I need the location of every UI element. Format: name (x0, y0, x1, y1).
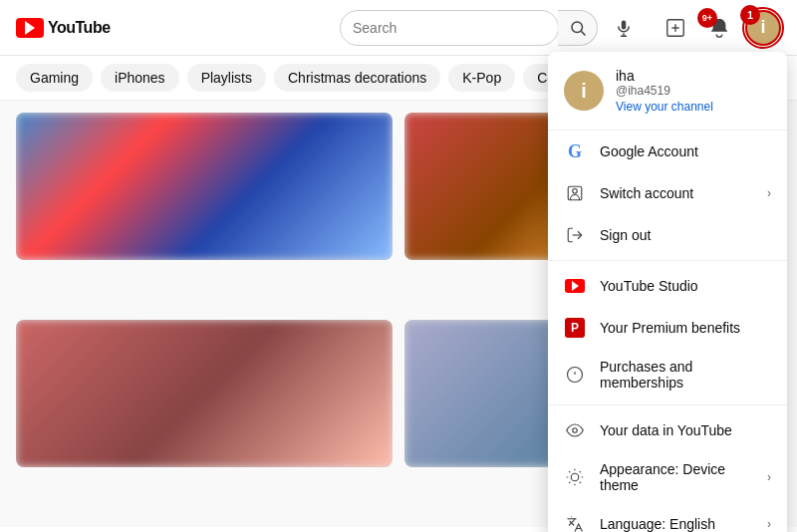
notification-badge: 9+ (697, 8, 717, 28)
profile-name: iha (616, 68, 713, 84)
sign-out-label: Sign out (600, 227, 771, 243)
svg-rect-2 (622, 20, 627, 29)
search-bar (340, 10, 559, 46)
your-data-label: Your data in YouTube (600, 422, 771, 438)
header: YouTube (0, 0, 797, 56)
youtube-studio-label: YouTube Studio (600, 278, 771, 294)
view-channel-link[interactable]: View your channel (616, 100, 713, 114)
video-thumbnail-3[interactable] (16, 320, 393, 467)
menu-item-appearance[interactable]: Appearance: Device theme › (548, 451, 787, 503)
menu-divider-1 (548, 260, 787, 261)
avatar-badge: 1 (740, 5, 760, 25)
menu-item-language[interactable]: Language: English › (548, 503, 787, 532)
chip-iphones[interactable]: iPhones (101, 64, 179, 92)
menu-item-youtube-studio[interactable]: YouTube Studio (548, 265, 787, 307)
notifications-container: 9+ (701, 10, 737, 46)
menu-item-google-account[interactable]: G Google Account (548, 131, 787, 172)
switch-account-arrow: › (767, 186, 771, 200)
purchases-icon (564, 364, 586, 386)
dropdown-avatar: i (564, 71, 604, 111)
language-icon (564, 513, 586, 532)
header-left: YouTube (16, 18, 340, 38)
appearance-icon (564, 466, 586, 488)
avatar-container: i 1 (745, 10, 781, 46)
menu-divider-2 (548, 404, 787, 405)
appearance-arrow: › (767, 470, 771, 484)
premium-label: Your Premium benefits (600, 320, 771, 336)
svg-point-0 (572, 22, 583, 33)
header-right: 9+ i 1 (642, 10, 781, 46)
chip-gaming[interactable]: Gaming (16, 64, 93, 92)
language-label: Language: English (600, 516, 753, 532)
search-input[interactable] (353, 20, 546, 36)
google-account-label: Google Account (600, 143, 771, 159)
google-icon: G (564, 140, 586, 162)
chip-playlists[interactable]: Playlists (187, 64, 266, 92)
appearance-label: Appearance: Device theme (600, 461, 753, 493)
your-data-icon (564, 419, 586, 441)
create-button[interactable] (658, 10, 693, 46)
chip-christmas[interactable]: Christmas decorations (274, 64, 440, 92)
svg-point-15 (571, 473, 579, 481)
switch-account-icon (564, 182, 586, 204)
menu-item-sign-out[interactable]: Sign out (548, 214, 787, 256)
search-button[interactable] (558, 10, 598, 46)
premium-icon: P (564, 317, 586, 339)
svg-point-9 (573, 189, 578, 194)
profile-info: iha @iha4519 View your channel (616, 68, 713, 114)
switch-account-label: Switch account (600, 185, 753, 201)
purchases-label: Purchases and memberships (600, 359, 771, 391)
sign-out-icon (564, 224, 586, 246)
menu-item-switch-account[interactable]: Switch account › (548, 172, 787, 214)
svg-line-1 (581, 31, 585, 35)
voice-search-button[interactable] (606, 10, 642, 46)
profile-dropdown: i iha @iha4519 View your channel G Googl… (548, 52, 787, 532)
svg-point-14 (573, 428, 578, 433)
menu-item-your-data[interactable]: Your data in YouTube (548, 409, 787, 451)
profile-handle: @iha4519 (616, 84, 713, 98)
language-arrow: › (767, 517, 771, 531)
youtube-logo: YouTube (16, 18, 340, 38)
dropdown-profile-section: i iha @iha4519 View your channel (548, 52, 787, 131)
chip-kpop[interactable]: K-Pop (448, 64, 515, 92)
menu-item-premium[interactable]: P Your Premium benefits (548, 307, 787, 349)
menu-item-purchases[interactable]: Purchases and memberships (548, 349, 787, 400)
youtube-studio-icon (564, 275, 586, 297)
video-thumbnail-1[interactable] (16, 113, 393, 260)
